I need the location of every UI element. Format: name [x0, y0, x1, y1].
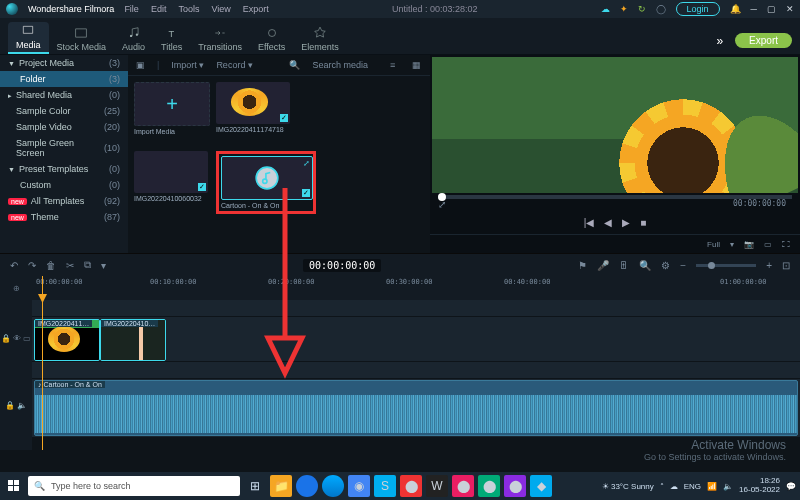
wifi-icon[interactable]: 📶: [707, 482, 717, 491]
marker-icon[interactable]: ⚑: [578, 260, 587, 271]
tab-effects[interactable]: Effects: [250, 24, 293, 54]
audio-track[interactable]: ♪ Cartoon - On & On: [32, 379, 800, 438]
menu-edit[interactable]: Edit: [151, 4, 167, 14]
clock[interactable]: 18:2616-05-2022: [739, 477, 780, 495]
tab-transitions[interactable]: Transitions: [190, 24, 250, 54]
sidebar-item-project-media[interactable]: ▼Project Media(3): [0, 55, 128, 71]
menu-file[interactable]: File: [124, 4, 139, 14]
taskbar-search[interactable]: 🔍Type here to search: [28, 476, 240, 496]
fullscreen-icon[interactable]: ⛶: [782, 240, 790, 249]
menu-view[interactable]: View: [211, 4, 230, 14]
maximize-button[interactable]: ▢: [767, 4, 776, 14]
media-item[interactable]: ✓ IMG20220411174718: [216, 82, 290, 135]
mic-icon[interactable]: 🎤: [597, 260, 609, 271]
zoom-slider[interactable]: [696, 264, 756, 267]
search-icon[interactable]: 🔍: [289, 60, 300, 70]
tab-elements[interactable]: Elements: [293, 24, 347, 54]
sidebar-item-theme[interactable]: newTheme(87): [0, 209, 128, 225]
menu-export[interactable]: Export: [243, 4, 269, 14]
playhead[interactable]: [42, 276, 43, 450]
tab-media[interactable]: Media: [8, 22, 49, 54]
sidebar-item-folder[interactable]: Folder(3): [0, 71, 128, 87]
preview-viewport[interactable]: [432, 57, 798, 193]
taskbar-app-icon[interactable]: ⬤: [504, 475, 526, 497]
crop-icon[interactable]: ⧉: [84, 259, 91, 271]
play-icon[interactable]: ▶: [622, 217, 630, 228]
import-media-tile[interactable]: + Import Media: [134, 82, 208, 135]
scrubber[interactable]: [438, 195, 792, 199]
export-button[interactable]: Export: [735, 33, 792, 48]
taskbar-app-icon[interactable]: [322, 475, 344, 497]
sidebar-item-all-templates[interactable]: newAll Templates(92): [0, 193, 128, 209]
more-tabs-icon[interactable]: »: [716, 34, 723, 48]
redo-icon[interactable]: ↷: [28, 260, 36, 271]
tray-chevron-icon[interactable]: ˄: [660, 482, 664, 491]
zoom-icon[interactable]: 🔍: [639, 260, 651, 271]
mixer-icon[interactable]: 🎚: [619, 260, 629, 271]
play-back-icon[interactable]: ◀: [604, 217, 612, 228]
taskbar-app-icon[interactable]: ⬤: [478, 475, 500, 497]
media-item[interactable]: ✓ IMG20220410060032: [134, 151, 208, 214]
record-dropdown[interactable]: Record ▾: [216, 60, 253, 70]
taskbar-app-icon[interactable]: S: [374, 475, 396, 497]
video-clip[interactable]: IMG20220411…: [34, 319, 100, 361]
new-folder-icon[interactable]: ▣: [136, 60, 145, 70]
audio-clip[interactable]: ♪ Cartoon - On & On: [34, 380, 798, 436]
prev-frame-icon[interactable]: |◀: [584, 217, 595, 228]
tab-stock-media[interactable]: Stock Media: [49, 24, 115, 54]
taskbar-app-icon[interactable]: [296, 475, 318, 497]
undo-icon[interactable]: ↶: [10, 260, 18, 271]
taskbar-app-icon[interactable]: ⬤: [400, 475, 422, 497]
language-indicator[interactable]: ENG: [684, 482, 701, 491]
close-button[interactable]: ✕: [786, 4, 794, 14]
time-ruler[interactable]: 00:00:00:00 00:10:00:00 00:20:00:00 00:3…: [32, 276, 800, 300]
sidebar-item-shared-media[interactable]: ▸Shared Media(0): [0, 87, 128, 103]
sidebar-item-sample-green[interactable]: Sample Green Screen(10): [0, 135, 128, 161]
sort-icon[interactable]: ≡: [390, 60, 400, 70]
import-dropdown[interactable]: Import ▾: [171, 60, 204, 70]
volume-icon[interactable]: 🔈: [723, 482, 733, 491]
video-track-controls[interactable]: 🔒 👁 ▭: [0, 316, 32, 360]
split-screen-icon[interactable]: ▭: [764, 240, 772, 249]
task-view-icon[interactable]: ⊞: [244, 475, 266, 497]
taskbar-app-icon[interactable]: W: [426, 475, 448, 497]
menu-tools[interactable]: Tools: [178, 4, 199, 14]
grid-view-icon[interactable]: ▦: [412, 60, 422, 70]
sidebar-item-sample-video[interactable]: Sample Video(20): [0, 119, 128, 135]
onedrive-icon[interactable]: ☁: [670, 482, 678, 491]
sidebar-item-preset-templates[interactable]: ▼Preset Templates(0): [0, 161, 128, 177]
sidebar-item-sample-color[interactable]: Sample Color(25): [0, 103, 128, 119]
add-track-icon[interactable]: ⊕: [0, 276, 32, 300]
zoom-out-icon[interactable]: −: [680, 260, 686, 271]
taskbar-app-icon[interactable]: ◆: [530, 475, 552, 497]
bell-icon[interactable]: 🔔: [730, 4, 741, 14]
video-track[interactable]: IMG20220411… IMG20220410…: [32, 317, 800, 362]
split-icon[interactable]: ✂: [66, 260, 74, 271]
notification-icon[interactable]: 💬: [786, 482, 796, 491]
badge-icon[interactable]: ✦: [620, 4, 628, 14]
weather-widget[interactable]: ☀ 33°C Sunny: [602, 482, 654, 491]
taskbar-app-icon[interactable]: 📁: [270, 475, 292, 497]
taskbar-app-icon[interactable]: ◉: [348, 475, 370, 497]
refresh-icon[interactable]: ↻: [638, 4, 646, 14]
start-button[interactable]: [4, 480, 24, 492]
media-item-audio[interactable]: ⤢ ✓ Cartoon - On & On: [221, 156, 311, 209]
avatar-icon[interactable]: ◯: [656, 4, 666, 14]
snapshot-icon[interactable]: 📷: [744, 240, 754, 249]
video-clip[interactable]: IMG20220410…: [100, 319, 166, 361]
cloud-icon[interactable]: ☁: [601, 4, 610, 14]
tab-audio[interactable]: Audio: [114, 24, 153, 54]
minimize-button[interactable]: ─: [751, 4, 757, 14]
taskbar-app-icon[interactable]: ⬤: [452, 475, 474, 497]
quality-select[interactable]: Full: [707, 240, 720, 249]
render-icon[interactable]: ⚙: [661, 260, 670, 271]
timecode[interactable]: 00:00:00:00: [303, 259, 381, 272]
login-button[interactable]: Login: [676, 2, 720, 16]
sidebar-item-custom[interactable]: Custom(0): [0, 177, 128, 193]
tab-titles[interactable]: TTitles: [153, 24, 190, 54]
fit-icon[interactable]: ⊡: [782, 260, 790, 271]
zoom-in-icon[interactable]: +: [766, 260, 772, 271]
delete-icon[interactable]: 🗑: [46, 260, 56, 271]
audio-track-controls[interactable]: 🔒 🔈: [0, 376, 32, 434]
stop-icon[interactable]: ■: [640, 217, 646, 228]
